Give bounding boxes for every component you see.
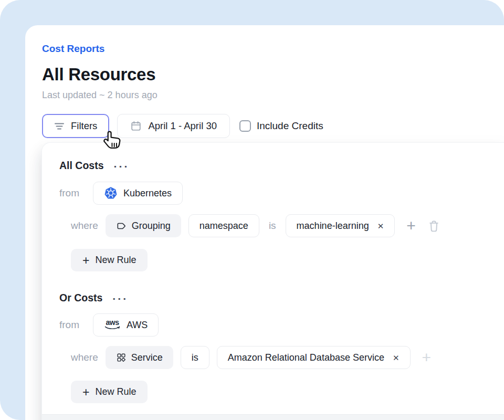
source-label: AWS	[127, 320, 148, 331]
filters-button[interactable]: Filters	[42, 114, 109, 138]
value-chip-amazon-rds[interactable]: Amazon Relational Database Service ✕	[217, 346, 411, 369]
ellipsis-icon: ···	[114, 160, 130, 172]
toolbar: Filters April 1 - April 30 Include Credi…	[42, 114, 504, 138]
value-label: Amazon Relational Database Service	[228, 352, 384, 363]
group-title: All Costs	[59, 160, 104, 172]
category-icon	[116, 352, 127, 363]
calendar-icon	[130, 120, 142, 132]
operator-label: is	[192, 352, 198, 363]
panel-footer-edge	[42, 414, 504, 420]
operator-chip[interactable]: is	[181, 346, 209, 369]
key-label: namespace	[200, 220, 248, 232]
kubernetes-icon	[104, 186, 118, 200]
source-label: Kubernetes	[123, 188, 172, 199]
plus-icon: +	[406, 217, 416, 234]
remove-value-icon[interactable]: ✕	[393, 354, 400, 362]
field-chip-service[interactable]: Service	[106, 346, 173, 369]
filters-label: Filters	[71, 120, 97, 132]
from-label: from	[59, 187, 79, 199]
key-chip-namespace[interactable]: namespace	[188, 214, 259, 237]
add-condition-button[interactable]: +	[405, 218, 417, 234]
cost-group-or-costs: Or Costs ··· from aws AWS	[59, 291, 504, 403]
field-chip-grouping[interactable]: Grouping	[106, 214, 181, 237]
date-range-label: April 1 - April 30	[148, 120, 217, 132]
last-updated-text: Last updated ~ 2 hours ago	[42, 89, 504, 101]
trash-icon	[427, 219, 441, 233]
value-label: machine-learning	[297, 220, 369, 232]
group-menu-button[interactable]: ···	[114, 164, 130, 169]
field-label: Grouping	[132, 220, 171, 232]
operator-text: is	[269, 220, 276, 232]
include-credits-label: Include Credits	[257, 120, 323, 132]
plus-icon: +	[82, 255, 89, 266]
breadcrumb-cost-reports[interactable]: Cost Reports	[42, 43, 104, 55]
aws-logo: aws	[104, 319, 121, 331]
source-button-kubernetes[interactable]: Kubernetes	[93, 182, 183, 205]
tag-icon	[116, 220, 127, 232]
field-label: Service	[131, 352, 163, 363]
group-menu-button[interactable]: ···	[112, 296, 128, 301]
include-credits-checkbox[interactable]: Include Credits	[239, 120, 323, 132]
filter-rule-row: where Service is	[71, 346, 504, 369]
ellipsis-icon: ···	[112, 292, 128, 304]
from-label: from	[59, 319, 79, 331]
plus-icon: +	[422, 349, 432, 366]
group-title: Or Costs	[59, 292, 102, 304]
filters-panel: All Costs ··· from	[42, 143, 504, 420]
add-condition-button[interactable]: +	[421, 350, 433, 365]
value-chip-machine-learning[interactable]: machine-learning ✕	[286, 214, 395, 237]
checkbox-box	[239, 120, 251, 132]
page-background: Cost Reports All Resources Last updated …	[0, 0, 504, 420]
new-rule-button[interactable]: + New Rule	[71, 249, 148, 271]
date-range-button[interactable]: April 1 - April 30	[117, 114, 230, 138]
new-rule-label: New Rule	[95, 386, 136, 397]
new-rule-button[interactable]: + New Rule	[71, 381, 148, 403]
cost-group-all-costs: All Costs ··· from	[59, 159, 504, 291]
new-rule-label: New Rule	[95, 255, 136, 266]
remove-value-icon[interactable]: ✕	[377, 222, 384, 230]
where-label: where	[71, 220, 98, 232]
where-label: where	[71, 352, 98, 363]
filter-icon	[54, 122, 65, 131]
page-title: All Resources	[42, 65, 504, 85]
source-button-aws[interactable]: aws AWS	[93, 313, 159, 337]
delete-rule-button[interactable]	[427, 219, 441, 233]
filter-rule-row: where Grouping namespace is machine-lear…	[71, 214, 504, 237]
plus-icon: +	[82, 387, 89, 397]
